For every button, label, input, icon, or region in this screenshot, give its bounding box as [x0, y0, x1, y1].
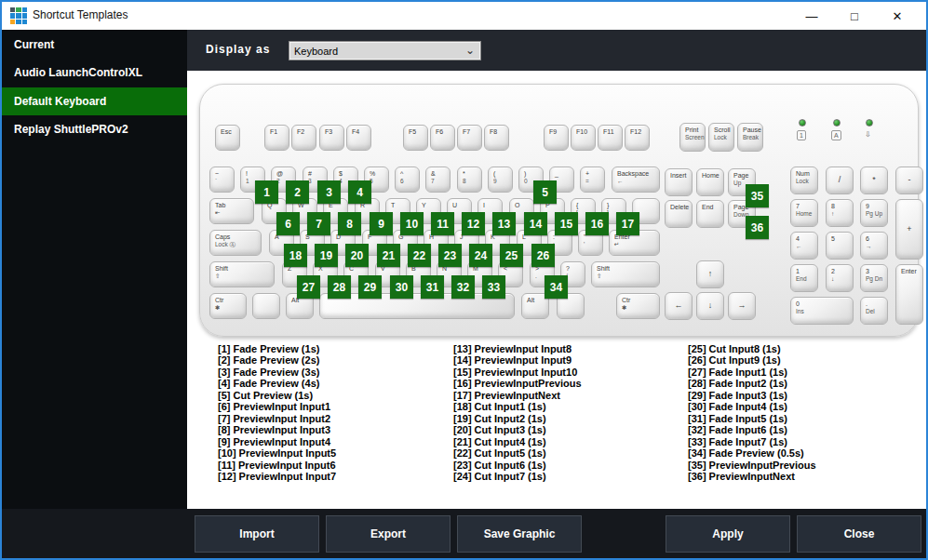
- shortcut-entry: [35] PreviewInputPrevious: [688, 460, 816, 471]
- template-sidebar: CurrentAudio LaunchControlXLDefault Keyb…: [2, 30, 187, 509]
- shortcut-entry: [30] Fade Input4 (1s): [688, 401, 816, 412]
- shortcut-entry: [4] Fade Preview (4s): [218, 378, 336, 389]
- key-blank: /: [826, 167, 854, 194]
- shortcut-entry: [6] PreviewInput Input1: [218, 401, 336, 412]
- footer-bar: ImportExportSave Graphic ApplyClose: [2, 509, 926, 558]
- logo-square: [16, 7, 20, 12]
- key-f1: F1: [264, 125, 289, 151]
- key-blank: *: [860, 167, 888, 194]
- footer-left-group: ImportExportSave Graphic: [195, 515, 588, 553]
- export-button[interactable]: Export: [326, 515, 451, 553]
- display-as-value: Keyboard: [294, 46, 338, 57]
- shortcut-entry: [15] PreviewInput Input10: [453, 367, 582, 378]
- import-button[interactable]: Import: [195, 515, 319, 553]
- shortcut-entry: [7] PreviewInput Input2: [218, 413, 336, 424]
- shortcut-badge-16: 16: [585, 212, 609, 235]
- shortcut-badge-31: 31: [421, 275, 444, 299]
- key-blank: +: [895, 199, 923, 260]
- led-label-1: 1: [797, 130, 806, 140]
- shortcut-badge-9: 9: [370, 212, 393, 235]
- key-f4: F4: [346, 125, 371, 151]
- display-as-label: Display as: [206, 43, 270, 56]
- footer-right-group: ApplyClose: [666, 515, 921, 553]
- key-caps: CapsLock Ⓐ: [209, 230, 262, 256]
- key-f2: F2: [291, 125, 316, 151]
- shortcut-entry: [1] Fade Preview (1s): [218, 343, 336, 354]
- shortcut-entry: [19] Cut Input2 (1s): [453, 413, 582, 424]
- key-enter: Enter: [895, 264, 923, 325]
- key-f9: F9: [544, 125, 569, 151]
- key-blank: →: [728, 292, 756, 320]
- shortcut-badge-29: 29: [358, 275, 382, 299]
- close-button[interactable]: Close: [797, 515, 921, 553]
- shortcut-badge-11: 11: [431, 212, 454, 235]
- key-delete: Delete: [665, 200, 693, 228]
- key-backspace: Backspace←: [612, 167, 660, 193]
- logo-square: [22, 13, 27, 18]
- shortcut-badge-23: 23: [438, 244, 462, 267]
- display-as-dropdown[interactable]: Keyboard ⌄: [289, 41, 481, 60]
- apply-button[interactable]: Apply: [666, 515, 790, 553]
- sidebar-item-default-keyboard[interactable]: Default Keyboard: [2, 87, 187, 115]
- shortcut-entry: [2] Fade Preview (2s): [218, 354, 336, 366]
- shortcut-badge-12: 12: [462, 212, 485, 235]
- key-f5: F5: [403, 125, 428, 151]
- shortcut-entry: [26] Cut Input9 (1s): [688, 354, 816, 366]
- shortcut-entry: [9] PreviewInput Input4: [218, 436, 336, 447]
- key-shift: Shift⇧: [591, 261, 660, 287]
- shortcut-badge-20: 20: [345, 244, 369, 267]
- sidebar-item-audio-launchcontrolxl[interactable]: Audio LaunchControlXL: [2, 60, 187, 87]
- shortcut-badge-2: 2: [286, 180, 309, 204]
- key-end: End: [696, 200, 724, 228]
- logo-square: [22, 20, 27, 24]
- sidebar-item-current[interactable]: Current: [2, 31, 187, 59]
- shortcut-entry: [16] PreviewInputPrevious: [453, 378, 582, 389]
- key-shift: Shift⇧: [209, 261, 275, 287]
- shortcut-entry: [5] Cut Preview (1s): [218, 390, 336, 401]
- shortcut-entry: [25] Cut Input8 (1s): [688, 343, 816, 354]
- shortcut-entry: [27] Fade Input1 (1s): [688, 367, 816, 378]
- window-controls: — □ ✕: [790, 2, 919, 30]
- key-f11: F11: [598, 125, 623, 151]
- led-label-a: A: [831, 130, 841, 140]
- keyboard-graphic: EscF1F2F3F4F5F6F7F8F9F10F11F12PrintScree…: [199, 84, 919, 337]
- key-f7: F7: [457, 125, 482, 151]
- key-pause: PauseBreak: [737, 123, 763, 152]
- key-7: 7Home: [790, 199, 818, 227]
- save-graphic-button[interactable]: Save Graphic: [457, 515, 582, 553]
- minimize-button[interactable]: —: [790, 2, 833, 30]
- shortcut-badge-17: 17: [616, 212, 639, 235]
- logo-square: [16, 13, 20, 18]
- shortcut-entry: [21] Cut Input4 (1s): [453, 436, 582, 447]
- key-f3: F3: [319, 125, 344, 151]
- shortcut-list-column-2: [13] PreviewInput Input8[14] PreviewInpu…: [453, 343, 582, 482]
- key-f12: F12: [625, 125, 650, 151]
- logo-square: [10, 7, 15, 12]
- shortcut-badge-22: 22: [408, 244, 431, 267]
- shortcut-badge-21: 21: [377, 244, 400, 267]
- key-scroll: ScrollLock: [708, 123, 734, 152]
- key-home: Home: [696, 168, 724, 196]
- maximize-button[interactable]: □: [833, 2, 876, 30]
- shortcut-entry: [17] PreviewInputNext: [453, 390, 582, 401]
- close-button[interactable]: ✕: [876, 2, 919, 30]
- shortcut-entry: [18] Cut Input1 (1s): [453, 401, 582, 412]
- logo-square: [10, 13, 15, 18]
- shortcut-badge-8: 8: [338, 212, 361, 235]
- shortcut-badge-1: 1: [255, 180, 278, 204]
- chevron-down-icon: ⌄: [465, 44, 475, 57]
- logo-square: [22, 7, 27, 12]
- shortcut-entry: [24] Cut Input7 (1s): [453, 471, 582, 482]
- key-f10: F10: [571, 125, 596, 151]
- sidebar-item-replay-shuttleprov2[interactable]: Replay ShuttlePROv2: [2, 116, 187, 144]
- shortcut-badge-32: 32: [451, 275, 475, 299]
- shortcut-badge-27: 27: [297, 275, 320, 299]
- logo-square: [16, 20, 20, 24]
- key-4: 4←: [790, 232, 818, 260]
- content-area: EscF1F2F3F4F5F6F7F8F9F10F11F12PrintScree…: [187, 71, 926, 511]
- led-indicator-a: [833, 119, 841, 127]
- led-indicator-1: [799, 119, 806, 127]
- key-blank: ↑: [696, 260, 724, 288]
- shortcut-entry: [31] Fade Input5 (1s): [688, 413, 816, 424]
- key-blank: ^6: [395, 167, 420, 193]
